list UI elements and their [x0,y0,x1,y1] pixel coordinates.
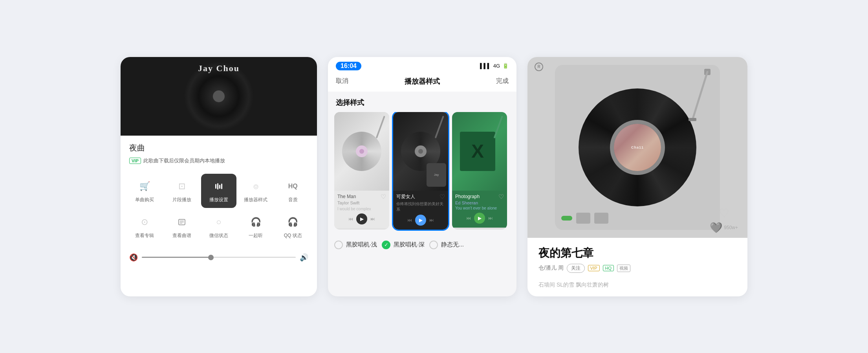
player-style-dark[interactable]: Jay 可爱女人 ♡ 你终将找到你想要的美好关系 ⏮ ▶ ⏭ [393,112,448,230]
ctrl-next-green[interactable]: ⏭ [488,215,493,221]
player-preview-light [334,112,389,191]
grid-item-wechat[interactable]: ○ 微信状态 [201,210,236,244]
listen-icon: 🎧 [248,214,264,230]
player-style-green[interactable]: X Photograph ♡ Ed Sheeran You won't ever… [452,112,507,230]
heart-green: ♡ [498,193,504,200]
player-song-light: The Man [337,194,356,199]
brand-circle-icon: R [535,63,543,71]
nav-bar: 取消 播放器样式 完成 [328,74,516,92]
tone-arm [681,69,712,129]
song-title: 夜曲 [129,143,145,152]
svg-line-9 [692,72,707,120]
heart-count: 950w+ [724,225,738,230]
turntable-bottom-controls [561,213,608,224]
hq-icon: HQ [285,178,301,194]
volume-control[interactable]: 🔇 🔊 [121,250,317,270]
player-song-dark: 可爱女人 [396,193,415,200]
section-title: 选择样式 [328,92,516,112]
done-button[interactable]: 完成 [496,77,509,85]
player-style-light[interactable]: The Man ♡ Taylor Swift I would be comple… [334,112,389,230]
vip-text: 此歌曲下载后仅限会员期内本地播放 [143,157,225,164]
ctrl-play-dark[interactable]: ▶ [419,217,423,223]
song-info: 夜的第七章 仓/潘儿 周 关注 VIP HQ 视频 [527,238,747,281]
ctrl-play-light[interactable]: ▶ [360,216,364,222]
volume-knob[interactable] [594,213,608,224]
ctrl-prev-dark[interactable]: ⏮ [407,217,412,223]
svg-rect-10 [689,118,696,121]
player-lyrics-light: I would be complex [337,207,386,211]
song-title: 夜的第七章 [538,246,736,261]
lyrics-preview: 石墙间 SL的雪 飘向壮萧的树 [527,281,747,296]
album-icon: ⊙ [137,214,152,230]
main-container: Jay Chou 夜曲 VIP 此歌曲下载后仅限会员期内本地播放 🛒 单曲购买 … [121,57,747,296]
grid-item-buy[interactable]: 🛒 单曲购买 [127,174,162,208]
player-artist-dark: 你终将找到你想要的美好关系 [396,201,445,212]
page-title: 播放器样式 [405,77,440,86]
vinyl-label: Cha11 [614,124,661,171]
option-light-label: 黑胶唱机·浅 [346,241,377,248]
qq-icon: 🎧 [285,214,301,230]
ctrl-next-light[interactable]: ⏭ [370,216,375,222]
volume-thumb[interactable] [208,255,214,260]
grid-item-settings[interactable]: 播放设置 [201,174,236,208]
svg-rect-3 [221,184,222,189]
player-song-green: Photograph [455,194,480,199]
grid-item-player-style[interactable]: ⌾ 播放器样式 [238,174,273,208]
grid-item-sheet[interactable]: 查看曲谱 [164,210,199,244]
card-playback-settings: Jay Chou 夜曲 VIP 此歌曲下载后仅限会员期内本地播放 🛒 单曲购买 … [121,57,317,296]
svg-rect-2 [219,185,220,189]
heart-outline-icon[interactable]: ♡ [719,206,729,220]
ctrl-play-green[interactable]: ▶ [478,215,482,221]
player-style-icon: ⌾ [248,178,264,194]
vip-badge: VIP [588,265,600,271]
settings-icon [211,178,227,194]
volume-fill [142,257,211,258]
grid-item-qq[interactable]: 🎧 QQ 状态 [275,210,311,244]
composer: 仓/潘儿 周 [538,265,564,272]
cart-icon: 🛒 [137,178,152,194]
radio-static[interactable] [429,241,438,249]
speed-control[interactable] [576,213,590,224]
vip-badge: VIP [129,158,141,164]
ctrl-prev-green[interactable]: ⏮ [466,215,471,221]
grid-item-album[interactable]: ⊙ 查看专辑 [127,210,162,244]
volume-bar[interactable] [142,257,296,258]
radio-light[interactable] [334,241,343,249]
option-light[interactable]: 黑胶唱机·浅 [334,241,377,249]
ctrl-next-dark[interactable]: ⏭ [429,217,434,223]
heart-filled-row: 🩶 950w+ [710,222,738,234]
radio-dark[interactable]: ✓ [382,241,390,249]
heart-light: ♡ [381,193,386,200]
turntable-base: Cha11 [555,65,720,230]
hq-badge: HQ [603,265,614,271]
grid-label-buy: 单曲购买 [135,197,154,203]
ctrl-prev-light[interactable]: ⏮ [348,216,353,222]
style-options: 黑胶唱机·浅 ✓ 黑胶唱机·深 静态无... [328,236,516,254]
player-artist-light: Taylor Swift [337,200,386,205]
status-bar: 16:04 ▌▌▌ 4G 🔋 [328,57,516,74]
grid-label-segment: 片段播放 [172,197,191,203]
grid-label-listen: 一起听 [249,232,263,239]
vip-info-row: VIP 此歌曲下载后仅限会员期内本地播放 [121,156,317,170]
svg-rect-1 [217,183,218,189]
svg-rect-0 [215,184,216,189]
volume-low-icon: 🔇 [129,253,138,262]
grid-label-album: 查看专辑 [135,232,154,239]
option-dark-label: 黑胶唱机·深 [394,241,425,248]
option-static[interactable]: 静态无... [429,241,464,249]
follow-button[interactable]: 关注 [567,264,585,273]
album-art: Jay Chou [121,57,317,136]
grid-item-segment[interactable]: ⊡ 片段播放 [164,174,199,208]
battery-icon: 🔋 [502,63,509,69]
cancel-button[interactable]: 取消 [336,77,348,85]
meta-row: 仓/潘儿 周 关注 VIP HQ 视频 [538,264,736,273]
grid-item-hq[interactable]: HQ 音质 [275,174,311,208]
video-badge: 视频 [617,265,630,272]
grid-item-listen[interactable]: 🎧 一起听 [238,210,273,244]
heart-filled-icon[interactable]: 🩶 [710,222,722,234]
sheet-icon [174,214,190,230]
grid-label-player-style: 播放器样式 [244,197,267,203]
play-indicator [561,216,572,221]
grid-label-hq: 音质 [288,197,298,203]
option-dark[interactable]: ✓ 黑胶唱机·深 [382,241,425,249]
